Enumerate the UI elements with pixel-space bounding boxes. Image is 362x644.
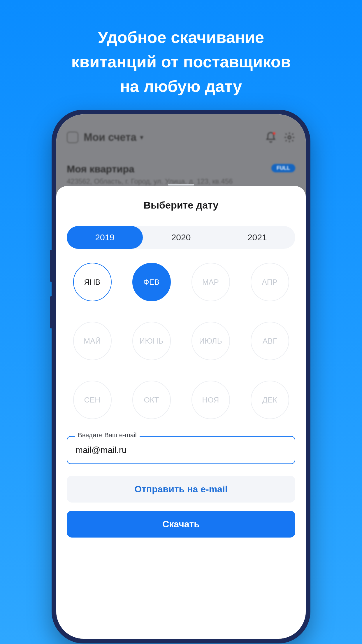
promo-heading: Удобное скачивание квитанций от поставщи…	[0, 25, 362, 99]
month-sep[interactable]: СЕН	[73, 381, 112, 419]
months-grid: ЯНВ ФЕВ МАР АПР МАЙ ИЮНЬ ИЮЛЬ АВГ СЕН ОК…	[67, 263, 295, 419]
year-tab-2020[interactable]: 2020	[143, 226, 219, 249]
email-field-wrap: Введите Ваш e-mail	[67, 436, 295, 464]
promo-heading-line: на любую дату	[17, 74, 345, 99]
date-picker-sheet: Выберите дату 2019 2020 2021 ЯНВ ФЕВ МАР…	[56, 186, 306, 639]
month-jul[interactable]: ИЮЛЬ	[191, 322, 230, 360]
month-jun[interactable]: ИЮНЬ	[132, 322, 171, 360]
month-jan[interactable]: ЯНВ	[73, 263, 112, 301]
email-field-label: Введите Ваш e-mail	[75, 431, 140, 439]
bg-header-right	[265, 132, 295, 143]
email-input[interactable]	[67, 436, 295, 464]
accounts-dropdown-label: Мои счета	[84, 131, 136, 144]
bg-card-badge: FULL	[271, 164, 295, 172]
month-apr[interactable]: АПР	[251, 263, 289, 301]
promo-heading-line: квитанций от поставщиков	[17, 50, 345, 74]
month-aug[interactable]: АВГ	[251, 322, 289, 360]
month-oct[interactable]: ОКТ	[132, 381, 171, 419]
bell-dot-icon	[273, 132, 275, 135]
accounts-grid-icon	[67, 132, 78, 143]
year-segment: 2019 2020 2021	[67, 226, 295, 249]
send-email-button[interactable]: Отправить на e-mail	[67, 476, 295, 503]
sheet-title: Выберите дату	[56, 200, 306, 211]
month-dec[interactable]: ДЕК	[251, 381, 289, 419]
promo-heading-line: Удобное скачивание	[17, 25, 345, 50]
month-nov[interactable]: НОЯ	[191, 381, 230, 419]
bg-header: Мои счета ▾	[67, 131, 295, 144]
bg-card-title: Моя квартира	[67, 163, 134, 175]
download-button[interactable]: Скачать	[67, 511, 295, 538]
bell-icon	[265, 132, 277, 143]
year-tab-2021[interactable]: 2021	[219, 226, 295, 249]
month-mar[interactable]: МАР	[191, 263, 230, 301]
bg-header-left: Мои счета ▾	[67, 131, 143, 144]
sheet-handle[interactable]	[168, 184, 194, 186]
gear-icon	[284, 132, 295, 143]
phone-screen: Мои счета ▾ Моя квартира FULL 423562, Об…	[56, 114, 306, 639]
month-feb[interactable]: ФЕВ	[132, 263, 171, 301]
phone-frame: Мои счета ▾ Моя квартира FULL 423562, Об…	[52, 110, 310, 643]
svg-point-0	[288, 136, 291, 139]
chevron-down-icon: ▾	[140, 133, 143, 141]
month-may[interactable]: МАЙ	[73, 322, 112, 360]
year-tab-2019[interactable]: 2019	[67, 226, 143, 249]
